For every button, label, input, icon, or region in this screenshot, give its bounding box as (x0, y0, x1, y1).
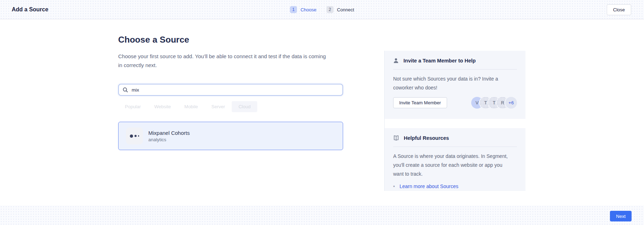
divider (393, 147, 517, 147)
page-title: Add a Source (12, 0, 48, 19)
step-choose[interactable]: 1 Choose (290, 6, 317, 13)
source-title: Mixpanel Cohorts (148, 130, 190, 136)
resources-panel-body: A Source is where your data originates. … (393, 152, 513, 179)
invite-panel: Invite a Team Member to Help Not sure wh… (385, 51, 525, 119)
filter-cloud[interactable]: Cloud (232, 101, 257, 112)
divider (393, 69, 517, 70)
resource-list: Learn more about Sources (393, 183, 517, 189)
resources-panel-header: Helpful Resources (393, 134, 517, 142)
next-button[interactable]: Next (610, 211, 632, 221)
mixpanel-dots-logo-icon (126, 127, 143, 144)
invite-panel-header: Invite a Team Member to Help (393, 56, 517, 65)
learn-more-sources-link[interactable]: Learn more about Sources (400, 183, 458, 189)
source-card-mixpanel-cohorts[interactable]: Mixpanel Cohorts analytics (118, 122, 343, 150)
search-input[interactable] (132, 87, 338, 93)
team-avatar-stack: V T T R +6 (471, 97, 517, 109)
search-icon (123, 87, 128, 93)
step-connect[interactable]: 2 Connect (326, 6, 354, 13)
invite-team-member-button[interactable]: Invite Team Member (393, 97, 447, 108)
filter-website[interactable]: Website (148, 101, 178, 112)
person-icon (393, 58, 399, 64)
filter-mobile[interactable]: Mobile (178, 101, 205, 112)
invite-panel-body: Not sure which Sources your data is in? … (393, 75, 513, 92)
book-icon (393, 135, 399, 141)
help-sidebar: Invite a Team Member to Help Not sure wh… (384, 51, 525, 191)
resources-panel-title: Helpful Resources (404, 135, 449, 141)
source-subtitle: analytics (148, 137, 190, 142)
step-number-badge: 2 (326, 6, 334, 13)
modal-footer: Next (0, 205, 644, 225)
modal-header: Add a Source 1 Choose 2 Connect Close (0, 0, 644, 19)
step-label: Connect (337, 7, 354, 12)
filter-popular[interactable]: Popular (118, 101, 148, 112)
page-description: Choose your first source to add. You’ll … (118, 52, 331, 70)
close-button[interactable]: Close (607, 4, 631, 15)
step-number-badge: 1 (290, 6, 297, 13)
resources-panel: Helpful Resources A Source is where your… (385, 128, 525, 191)
page-heading: Choose a Source (118, 35, 189, 45)
step-label: Choose (301, 7, 317, 12)
invite-panel-title: Invite a Team Member to Help (403, 58, 476, 64)
source-search-box[interactable] (118, 84, 343, 96)
avatar-overflow-badge: +6 (505, 97, 517, 109)
filter-server[interactable]: Server (205, 101, 232, 112)
stepper: 1 Choose 2 Connect (0, 0, 644, 19)
category-filter-row: Popular Website Mobile Server Cloud (118, 101, 257, 112)
source-card-text: Mixpanel Cohorts analytics (148, 130, 190, 142)
list-item: Learn more about Sources (393, 183, 517, 189)
invite-row: Invite Team Member V T T R +6 (393, 97, 517, 109)
